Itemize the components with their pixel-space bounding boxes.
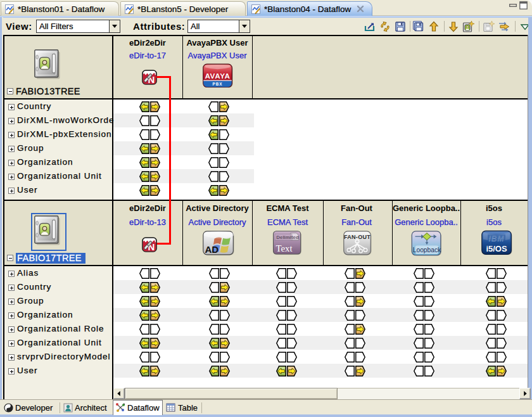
- svg-text:Delimited: Delimited: [276, 234, 299, 240]
- svg-text:AD: AD: [205, 244, 219, 255]
- svg-text:Text: Text: [276, 243, 293, 253]
- svg-text:PBX: PBX: [213, 82, 223, 86]
- svg-text:IBM: IBM: [489, 234, 505, 243]
- svg-text:Loopback: Loopback: [413, 247, 441, 253]
- svg-text:AVAYA: AVAYA: [205, 72, 230, 80]
- svg-text:i5/OS: i5/OS: [486, 244, 507, 253]
- svg-text:FAN-OUT: FAN-OUT: [344, 234, 370, 240]
